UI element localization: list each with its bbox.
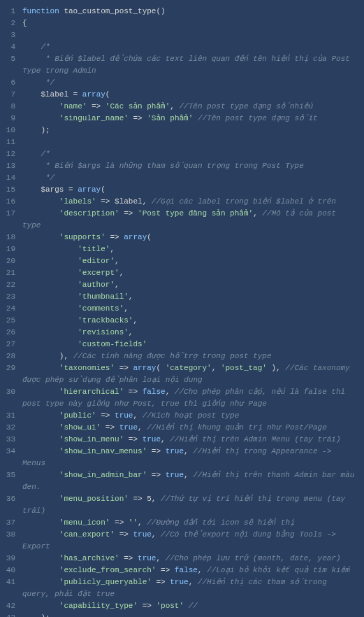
code-content[interactable]: 'exclude_from_search' => false, //Loại b… (22, 565, 358, 576)
code-content[interactable]: 'thumbnail', (22, 291, 358, 303)
line-number: 26 (6, 327, 22, 339)
code-content[interactable]: ); (22, 612, 358, 617)
code-content[interactable]: 'show_in_menu' => true, //Hiển thị trên … (22, 434, 358, 446)
code-line[interactable]: 5 * Biến $label để chứa các text liên qu… (6, 53, 358, 77)
code-content[interactable]: 'supports' => array( (22, 232, 358, 243)
code-content[interactable]: ), //Các tính năng được hỗ trợ trong pos… (22, 350, 358, 362)
code-line[interactable]: 18 'supports' => array( (6, 232, 358, 243)
code-line[interactable]: 34 'show_in_nav_menus' => true, //Hiển t… (6, 446, 358, 469)
code-content[interactable]: function tao_custom_post_type() (22, 6, 358, 17)
code-content[interactable]: 'comments', (22, 303, 358, 315)
code-line[interactable]: 8 'name' => 'Các sản phẩm', //Tên post t… (6, 101, 358, 113)
code-content[interactable]: 'editor', (22, 255, 358, 267)
code-content[interactable]: */ (22, 172, 358, 184)
code-line[interactable]: 40 'exclude_from_search' => false, //Loạ… (6, 565, 358, 576)
line-number: 6 (6, 77, 22, 89)
code-content[interactable]: ); (22, 125, 358, 136)
code-line[interactable]: 17 'description' => 'Post type đăng sản … (6, 208, 358, 232)
code-line[interactable]: 11 (6, 136, 358, 148)
code-content[interactable]: 'author', (22, 279, 358, 291)
code-content[interactable]: { (22, 17, 358, 29)
code-content[interactable]: * Biến $args là những tham số quan trọng… (22, 160, 358, 172)
code-line[interactable]: 9 'singular_name' => 'Sản phẩm' //Tên po… (6, 113, 358, 125)
line-number: 39 (6, 553, 22, 565)
code-content[interactable]: 'custom-fields' (22, 339, 358, 350)
code-content[interactable]: 'revisions', (22, 327, 358, 339)
code-line[interactable]: 41 'publicly_queryable' => true, //Hiển … (6, 576, 358, 600)
code-line[interactable]: 29 'taxonomies' => array( 'category', 'p… (6, 362, 358, 386)
code-content[interactable]: 'capability_type' => 'post' // (22, 600, 358, 612)
code-line[interactable]: 27 'custom-fields' (6, 339, 358, 350)
code-content[interactable]: 'show_ui' => true, //Hiển thị khung quản… (22, 422, 358, 434)
code-line[interactable]: 42 'capability_type' => 'post' // (6, 600, 358, 612)
code-line[interactable]: 1function tao_custom_post_type() (6, 6, 358, 17)
code-line[interactable]: 25 'trackbacks', (6, 315, 358, 327)
code-line[interactable]: 33 'show_in_menu' => true, //Hiển thị tr… (6, 434, 358, 446)
code-content[interactable]: 'publicly_queryable' => true, //Hiển thị… (22, 576, 358, 600)
code-content[interactable]: */ (22, 77, 358, 89)
code-content[interactable]: /* (22, 41, 358, 53)
code-line[interactable]: 36 'menu_position' => 5, //Thứ tự vị trí… (6, 493, 358, 517)
code-content[interactable]: 'title', (22, 243, 358, 255)
code-line[interactable]: 30 'hierarchical' => false, //Cho phép p… (6, 386, 358, 410)
code-content[interactable]: 'menu_icon' => '', //Đường dẫn tới icon … (22, 517, 358, 529)
code-line[interactable]: 6 */ (6, 77, 358, 89)
code-content[interactable]: 'trackbacks', (22, 315, 358, 327)
code-line[interactable]: 20 'editor', (6, 255, 358, 267)
code-line[interactable]: 37 'menu_icon' => '', //Đường dẫn tới ic… (6, 517, 358, 529)
code-line[interactable]: 12 /* (6, 148, 358, 160)
line-number: 3 (6, 29, 22, 41)
line-number: 33 (6, 434, 22, 446)
code-line[interactable]: 3 (6, 29, 358, 41)
line-number: 1 (6, 6, 22, 17)
code-line[interactable]: 43 ); (6, 612, 358, 617)
code-editor[interactable]: 1function tao_custom_post_type()2{34 /*5… (6, 6, 358, 617)
code-content[interactable]: 'show_in_nav_menus' => true, //Hiển thị … (22, 446, 358, 469)
line-number: 11 (6, 136, 22, 148)
code-line[interactable]: 23 'thumbnail', (6, 291, 358, 303)
code-content[interactable]: 'labels' => $label, //Gọi các label tron… (22, 196, 358, 208)
code-content[interactable]: 'hierarchical' => false, //Cho phép phân… (22, 386, 358, 410)
code-line[interactable]: 31 'public' => true, //Kích hoạt post ty… (6, 410, 358, 422)
code-content[interactable]: 'taxonomies' => array( 'category', 'post… (22, 362, 358, 386)
line-number: 7 (6, 89, 22, 101)
code-line[interactable]: 35 'show_in_admin_bar' => true, //Hiển t… (6, 469, 358, 493)
code-content[interactable]: /* (22, 148, 358, 160)
code-content[interactable]: * Biến $label để chứa các text liên quan… (22, 53, 358, 77)
code-content[interactable]: 'excerpt', (22, 267, 358, 279)
code-content[interactable]: 'has_archive' => true, //Cho phép lưu tr… (22, 553, 358, 565)
code-content[interactable]: 'name' => 'Các sản phẩm', //Tên post typ… (22, 101, 358, 113)
line-number: 43 (6, 612, 22, 617)
code-line[interactable]: 24 'comments', (6, 303, 358, 315)
code-line[interactable]: 28 ), //Các tính năng được hỗ trợ trong … (6, 350, 358, 362)
code-line[interactable]: 15 $args = array( (6, 184, 358, 196)
line-number: 34 (6, 446, 22, 458)
code-line[interactable]: 38 'can_export' => true, //Có thể export… (6, 529, 358, 553)
line-number: 19 (6, 243, 22, 255)
code-line[interactable]: 22 'author', (6, 279, 358, 291)
code-content[interactable]: 'show_in_admin_bar' => true, //Hiển thị … (22, 469, 358, 493)
code-line[interactable]: 4 /* (6, 41, 358, 53)
code-line[interactable]: 10 ); (6, 125, 358, 136)
code-line[interactable]: 16 'labels' => $label, //Gọi các label t… (6, 196, 358, 208)
line-number: 29 (6, 362, 22, 374)
code-line[interactable]: 2{ (6, 17, 358, 29)
line-number: 28 (6, 350, 22, 362)
code-content[interactable]: 'can_export' => true, //Có thể export nộ… (22, 529, 358, 553)
code-line[interactable]: 32 'show_ui' => true, //Hiển thị khung q… (6, 422, 358, 434)
line-number: 20 (6, 255, 22, 267)
code-line[interactable]: 39 'has_archive' => true, //Cho phép lưu… (6, 553, 358, 565)
line-number: 40 (6, 565, 22, 576)
code-line[interactable]: 13 * Biến $args là những tham số quan tr… (6, 160, 358, 172)
code-content[interactable]: 'description' => 'Post type đăng sản phẩ… (22, 208, 358, 232)
code-line[interactable]: 19 'title', (6, 243, 358, 255)
code-line[interactable]: 26 'revisions', (6, 327, 358, 339)
code-line[interactable]: 7 $label = array( (6, 89, 358, 101)
code-line[interactable]: 14 */ (6, 172, 358, 184)
code-content[interactable]: 'singular_name' => 'Sản phẩm' //Tên post… (22, 113, 358, 125)
code-content[interactable]: 'public' => true, //Kích hoạt post type (22, 410, 358, 422)
code-line[interactable]: 21 'excerpt', (6, 267, 358, 279)
code-content[interactable]: 'menu_position' => 5, //Thứ tự vị trí hi… (22, 493, 358, 517)
code-content[interactable]: $args = array( (22, 184, 358, 196)
code-content[interactable]: $label = array( (22, 89, 358, 101)
